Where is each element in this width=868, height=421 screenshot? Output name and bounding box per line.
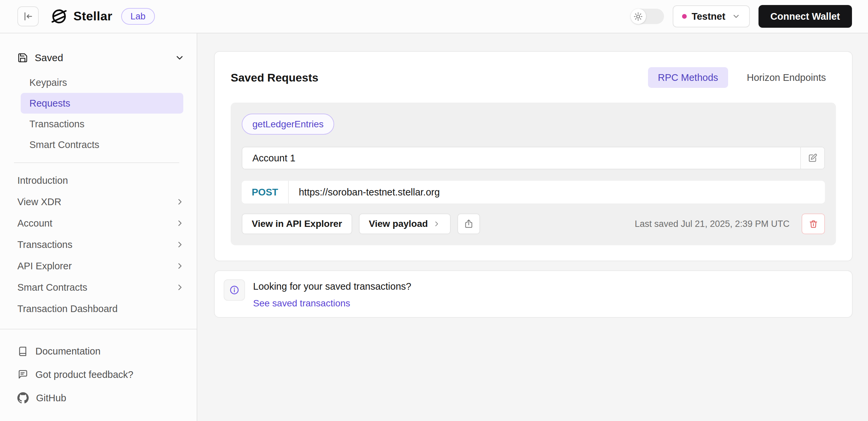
tab-rpc-methods[interactable]: RPC Methods <box>648 67 728 88</box>
http-method-label: POST <box>242 181 289 203</box>
sidebar-item-label: Smart Contracts <box>18 282 88 293</box>
chevron-right-icon <box>175 261 185 271</box>
button-label: View in API Explorer <box>252 219 342 229</box>
collapse-sidebar-button[interactable] <box>18 6 39 26</box>
sidebar-item-account[interactable]: Account <box>18 213 185 234</box>
main-content: Saved Requests RPC Methods Horizon Endpo… <box>197 33 868 421</box>
feedback-bubble-icon <box>18 369 28 380</box>
chevron-right-icon <box>433 220 441 228</box>
brand[interactable]: Stellar Lab <box>50 7 155 25</box>
saved-transactions-info-card: Looking for your saved transactions? See… <box>214 270 852 318</box>
sidebar-item-label: Transactions <box>18 239 72 250</box>
card-header: Saved Requests RPC Methods Horizon Endpo… <box>231 67 836 88</box>
connect-wallet-button[interactable]: Connect Wallet <box>758 5 852 28</box>
network-selector[interactable]: Testnet <box>673 5 750 27</box>
sidebar-item-label: Introduction <box>18 175 68 186</box>
chevron-down-icon <box>732 12 741 21</box>
share-icon <box>464 219 474 229</box>
sidebar-item-label: Transactions <box>29 119 85 130</box>
sidebar-link-documentation[interactable]: Documentation <box>18 339 179 363</box>
chevron-right-icon <box>175 197 185 206</box>
request-type-tabs: RPC Methods Horizon Endpoints <box>648 67 836 88</box>
book-icon <box>18 346 28 357</box>
info-title: Looking for your saved transactions? <box>253 281 411 292</box>
request-actions: View in API Explorer View payload <box>242 214 825 234</box>
request-name-value: Account 1 <box>242 147 800 169</box>
sidebar-item-smart-contracts-nav[interactable]: Smart Contracts <box>18 277 185 298</box>
body: Saved Keypairs Requests Transactions <box>0 33 868 421</box>
request-name-row: Account 1 <box>242 147 825 169</box>
info-text: Looking for your saved transactions? See… <box>253 279 411 309</box>
share-request-button[interactable] <box>457 214 480 234</box>
request-url: https://soroban-testnet.stellar.org <box>299 181 440 203</box>
sidebar-item-label: Requests <box>29 98 70 109</box>
sidebar-section-saved[interactable]: Saved <box>18 48 185 67</box>
github-icon <box>18 392 29 403</box>
saved-request-item: getLedgerEntries Account 1 <box>231 103 836 245</box>
view-payload-button[interactable]: View payload <box>359 214 451 234</box>
network-status-dot <box>682 14 687 19</box>
saved-subitems: Keypairs Requests Transactions Smart Con… <box>0 72 197 155</box>
sidebar-item-transaction-dashboard[interactable]: Transaction Dashboard <box>18 298 185 319</box>
sun-icon <box>631 9 646 24</box>
info-icon <box>229 285 240 296</box>
tab-horizon-endpoints[interactable]: Horizon Endpoints <box>737 67 836 88</box>
save-icon <box>18 53 28 63</box>
sidebar-item-transactions[interactable]: Transactions <box>21 114 183 134</box>
saved-requests-card: Saved Requests RPC Methods Horizon Endpo… <box>214 51 852 261</box>
sidebar-link-label: Got product feedback? <box>35 369 133 380</box>
chevron-down-icon <box>175 53 185 63</box>
page-title: Saved Requests <box>231 71 318 84</box>
sidebar-footer: Documentation Got product feedback? <box>0 329 197 421</box>
last-saved-timestamp: Last saved Jul 21, 2025, 2:39 PM UTC <box>634 219 789 229</box>
sidebar-link-feedback[interactable]: Got product feedback? <box>18 363 179 386</box>
sidebar-item-requests[interactable]: Requests <box>21 93 183 114</box>
sidebar-item-label: Smart Contracts <box>29 139 99 150</box>
chevron-right-icon <box>175 240 185 249</box>
header: Stellar Lab Testnet <box>0 0 868 33</box>
sidebar-nav: Introduction View XDR Account Transactio… <box>0 166 197 319</box>
app-root: Stellar Lab Testnet <box>0 0 868 421</box>
sidebar: Saved Keypairs Requests Transactions <box>0 33 197 421</box>
rpc-method-badge: getLedgerEntries <box>242 114 334 135</box>
sidebar-item-transactions-nav[interactable]: Transactions <box>18 234 185 255</box>
theme-toggle[interactable] <box>631 9 664 24</box>
chevron-right-icon <box>175 283 185 292</box>
sidebar-section-label: Saved <box>35 52 63 63</box>
chevron-right-icon <box>175 219 185 228</box>
header-actions: Testnet Connect Wallet <box>631 5 852 28</box>
trash-icon <box>809 219 818 229</box>
sidebar-item-label: API Explorer <box>18 261 72 272</box>
sidebar-item-label: View XDR <box>18 196 61 207</box>
sidebar-link-github[interactable]: GitHub <box>18 386 179 410</box>
sidebar-item-label: Transaction Dashboard <box>18 303 118 314</box>
sidebar-divider <box>14 162 179 163</box>
sidebar-item-label: Keypairs <box>29 77 67 88</box>
edit-icon <box>808 153 817 163</box>
request-url-row: POST https://soroban-testnet.stellar.org <box>242 181 825 203</box>
sidebar-link-label: Documentation <box>35 346 100 357</box>
sidebar-item-introduction[interactable]: Introduction <box>18 170 185 191</box>
collapse-sidebar-icon <box>22 11 34 22</box>
delete-request-button[interactable] <box>802 214 825 234</box>
view-in-api-explorer-button[interactable]: View in API Explorer <box>242 214 352 234</box>
button-label: View payload <box>369 219 428 229</box>
edit-name-button[interactable] <box>800 147 824 169</box>
brand-name: Stellar <box>73 9 113 23</box>
sidebar-item-api-explorer[interactable]: API Explorer <box>18 255 185 277</box>
lab-badge: Lab <box>121 8 155 25</box>
sidebar-link-label: GitHub <box>36 393 66 403</box>
network-label: Testnet <box>692 11 725 22</box>
info-icon-box <box>224 279 245 301</box>
stellar-logo <box>50 7 68 25</box>
sidebar-item-label: Account <box>18 218 53 229</box>
see-saved-transactions-link[interactable]: See saved transactions <box>253 298 350 309</box>
sidebar-item-view-xdr[interactable]: View XDR <box>18 191 185 213</box>
sidebar-item-keypairs[interactable]: Keypairs <box>21 72 183 93</box>
sidebar-item-smart-contracts[interactable]: Smart Contracts <box>21 134 183 155</box>
